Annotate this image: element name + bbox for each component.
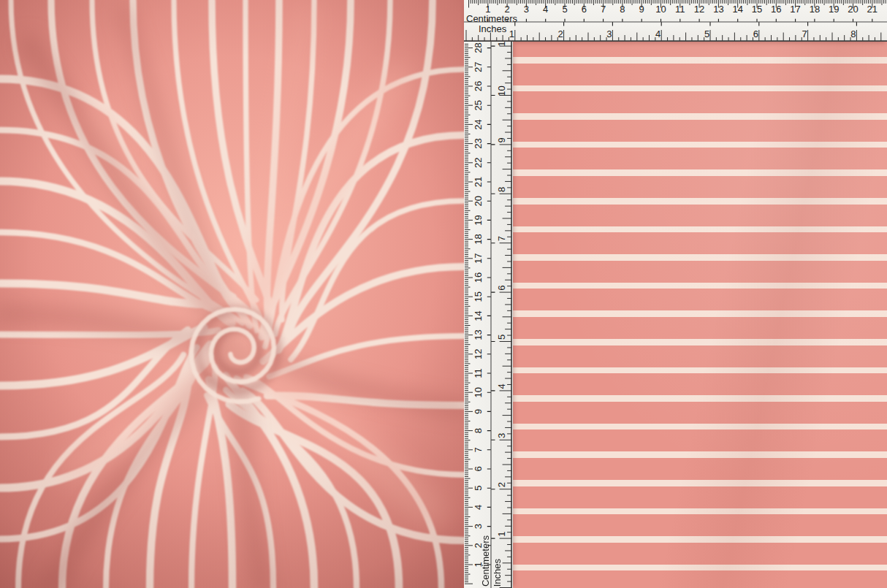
v-cm-number: 17 — [473, 253, 484, 264]
h-inch-number: 6 — [753, 28, 758, 39]
v-cm-number: 7 — [473, 447, 484, 452]
v-cm-number: 20 — [473, 196, 484, 206]
vertical-ruler-centimeters-label: Centimeters — [481, 535, 491, 587]
horizontal-ruler: 1234567891011121314151617181920211234567… — [464, 0, 887, 42]
v-cm-number: 19 — [473, 215, 484, 225]
v-inch-number: 3 — [496, 433, 507, 438]
v-cm-number: 6 — [473, 466, 484, 471]
h-inch-number: 5 — [704, 28, 709, 39]
v-cm-number: 27 — [473, 62, 484, 72]
vertical-ruler-inches-label: Inches — [492, 559, 503, 587]
v-cm-number: 21 — [473, 177, 484, 187]
v-cm-number: 12 — [473, 349, 484, 359]
h-inch-unit-ticks — [515, 22, 857, 26]
v-inch-number: 9 — [496, 137, 507, 142]
v-cm-number: 13 — [473, 329, 484, 340]
v-cm-number: 15 — [473, 291, 484, 302]
v-inch-number: 4 — [496, 383, 507, 389]
v-inch-tick-comb — [500, 46, 512, 587]
v-cm-number: 18 — [473, 234, 484, 244]
h-inch-number: 8 — [850, 28, 856, 39]
h-inch-number: 4 — [655, 28, 661, 39]
swirl-fabric-illustration — [0, 0, 464, 588]
v-cm-number: 9 — [473, 409, 484, 414]
v-cm-number: 10 — [473, 387, 484, 397]
v-cm-number: 5 — [473, 486, 484, 491]
v-cm-number: 14 — [473, 310, 484, 321]
h-inch-tick-comb — [466, 30, 881, 42]
horizontal-ruler-centimeters-label: Centimeters — [466, 14, 517, 23]
v-cm-number: 4 — [473, 505, 484, 510]
v-inch-number: 10 — [496, 85, 507, 96]
vertical-ruler: 2827262524232221201918171615141312111098… — [464, 42, 513, 588]
v-cm-number: 24 — [473, 119, 484, 129]
v-inch-number: 6 — [496, 285, 507, 290]
h-inch-number: 2 — [557, 28, 563, 39]
h-cm-unit-ticks — [488, 19, 872, 22]
horizontal-ruler-scale: 1234567891011121314151617181920211234567… — [464, 0, 887, 42]
v-inch-number: 1 — [496, 531, 507, 536]
h-inch-number: 1 — [509, 28, 514, 39]
v-inch-number: 5 — [496, 335, 507, 340]
v-inch-number: 2 — [496, 482, 507, 487]
h-inch-number: 3 — [606, 28, 612, 39]
v-cm-number: 8 — [473, 428, 484, 433]
v-cm-tick-comb — [465, 44, 473, 584]
fabric-product-photo: 1234567891011121314151617181920211234567… — [0, 0, 887, 588]
v-cm-number: 26 — [473, 81, 484, 91]
vertical-ruler-scale: 2827262524232221201918171615141312111098… — [464, 42, 513, 588]
horizontal-ruler-inches-label: Inches — [479, 24, 506, 34]
v-inch-number: 7 — [496, 236, 507, 241]
v-cm-number: 11 — [473, 368, 484, 378]
v-cm-number: 16 — [473, 272, 484, 283]
v-inch-unit-ticks — [491, 46, 495, 538]
v-cm-number: 25 — [473, 100, 484, 110]
v-cm-number: 22 — [473, 158, 484, 168]
h-inch-number: 7 — [802, 28, 807, 39]
v-cm-number: 28 — [473, 42, 484, 53]
v-cm-number: 3 — [473, 524, 484, 529]
v-inch-number: 8 — [496, 187, 507, 192]
v-cm-unit-ticks — [487, 48, 491, 565]
swirled-fabric-swatch — [0, 0, 464, 588]
v-cm-number: 23 — [473, 138, 484, 148]
flat-fabric-swatch — [464, 0, 887, 588]
